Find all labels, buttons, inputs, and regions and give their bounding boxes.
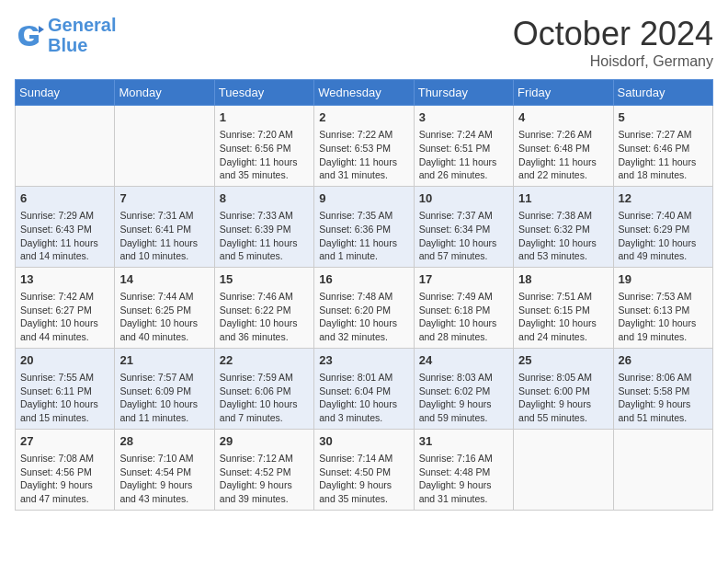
day-info: Sunrise: 7:29 AM Sunset: 6:43 PM Dayligh… <box>20 209 109 263</box>
day-info: Sunrise: 7:20 AM Sunset: 6:56 PM Dayligh… <box>220 128 309 182</box>
day-info: Sunrise: 7:49 AM Sunset: 6:18 PM Dayligh… <box>419 290 508 344</box>
day-number: 6 <box>20 190 109 207</box>
day-number: 8 <box>220 190 309 207</box>
calendar-week-row: 27Sunrise: 7:08 AM Sunset: 4:56 PM Dayli… <box>16 429 713 510</box>
day-number: 17 <box>419 271 508 288</box>
calendar-table: SundayMondayTuesdayWednesdayThursdayFrid… <box>15 79 713 511</box>
calendar-cell: 31Sunrise: 7:16 AM Sunset: 4:48 PM Dayli… <box>414 429 513 510</box>
calendar-week-row: 1Sunrise: 7:20 AM Sunset: 6:56 PM Daylig… <box>16 106 713 187</box>
day-number: 28 <box>119 433 209 450</box>
day-number: 13 <box>20 271 109 288</box>
calendar-cell: 12Sunrise: 7:40 AM Sunset: 6:29 PM Dayli… <box>613 186 712 267</box>
calendar-cell: 6Sunrise: 7:29 AM Sunset: 6:43 PM Daylig… <box>16 186 115 267</box>
day-number: 5 <box>619 109 708 126</box>
logo-line1: General <box>48 15 116 35</box>
calendar-cell: 1Sunrise: 7:20 AM Sunset: 6:56 PM Daylig… <box>214 106 313 187</box>
day-info: Sunrise: 7:12 AM Sunset: 4:52 PM Dayligh… <box>220 452 309 506</box>
calendar-cell: 29Sunrise: 7:12 AM Sunset: 4:52 PM Dayli… <box>214 429 313 510</box>
logo-icon <box>15 20 44 50</box>
day-info: Sunrise: 8:01 AM Sunset: 6:04 PM Dayligh… <box>319 371 408 425</box>
calendar-cell: 30Sunrise: 7:14 AM Sunset: 4:50 PM Dayli… <box>314 429 414 510</box>
day-info: Sunrise: 7:55 AM Sunset: 6:11 PM Dayligh… <box>20 371 109 425</box>
calendar-cell: 14Sunrise: 7:44 AM Sunset: 6:25 PM Dayli… <box>115 267 214 348</box>
day-number: 31 <box>419 433 508 450</box>
month-title: October 2024 <box>513 15 713 53</box>
day-info: Sunrise: 7:35 AM Sunset: 6:36 PM Dayligh… <box>319 209 408 263</box>
calendar-cell: 8Sunrise: 7:33 AM Sunset: 6:39 PM Daylig… <box>214 186 313 267</box>
calendar-week-row: 6Sunrise: 7:29 AM Sunset: 6:43 PM Daylig… <box>16 186 713 267</box>
day-info: Sunrise: 8:03 AM Sunset: 6:02 PM Dayligh… <box>419 371 508 425</box>
day-number: 19 <box>619 271 708 288</box>
calendar-cell: 15Sunrise: 7:46 AM Sunset: 6:22 PM Dayli… <box>214 267 313 348</box>
day-info: Sunrise: 7:46 AM Sunset: 6:22 PM Dayligh… <box>220 290 309 344</box>
day-number: 4 <box>518 109 608 126</box>
calendar-cell <box>514 429 613 510</box>
calendar-cell: 18Sunrise: 7:51 AM Sunset: 6:15 PM Dayli… <box>514 267 613 348</box>
day-info: Sunrise: 7:08 AM Sunset: 4:56 PM Dayligh… <box>20 452 109 506</box>
day-info: Sunrise: 8:05 AM Sunset: 6:00 PM Dayligh… <box>518 371 608 425</box>
calendar-week-row: 20Sunrise: 7:55 AM Sunset: 6:11 PM Dayli… <box>16 348 713 429</box>
day-info: Sunrise: 7:37 AM Sunset: 6:34 PM Dayligh… <box>419 209 508 263</box>
page-header: General Blue October 2024 Hoisdorf, Germ… <box>15 15 713 70</box>
weekday-row: SundayMondayTuesdayWednesdayThursdayFrid… <box>16 80 713 106</box>
calendar-cell <box>16 106 115 187</box>
calendar-cell: 26Sunrise: 8:06 AM Sunset: 5:58 PM Dayli… <box>613 348 712 429</box>
day-info: Sunrise: 7:33 AM Sunset: 6:39 PM Dayligh… <box>220 209 309 263</box>
day-number: 10 <box>419 190 508 207</box>
logo-line2: Blue <box>48 35 87 55</box>
day-number: 27 <box>20 433 109 450</box>
location: Hoisdorf, Germany <box>513 53 713 70</box>
calendar-cell: 17Sunrise: 7:49 AM Sunset: 6:18 PM Dayli… <box>414 267 513 348</box>
day-number: 22 <box>220 352 309 369</box>
day-number: 25 <box>518 352 608 369</box>
day-info: Sunrise: 7:48 AM Sunset: 6:20 PM Dayligh… <box>319 290 408 344</box>
day-info: Sunrise: 7:27 AM Sunset: 6:46 PM Dayligh… <box>619 128 708 182</box>
calendar-cell: 9Sunrise: 7:35 AM Sunset: 6:36 PM Daylig… <box>314 186 414 267</box>
day-number: 12 <box>619 190 708 207</box>
day-number: 1 <box>220 109 309 126</box>
calendar-cell: 4Sunrise: 7:26 AM Sunset: 6:48 PM Daylig… <box>514 106 613 187</box>
day-info: Sunrise: 7:57 AM Sunset: 6:09 PM Dayligh… <box>119 371 209 425</box>
calendar-cell <box>115 106 214 187</box>
logo-text: General Blue <box>48 15 116 55</box>
calendar-cell: 24Sunrise: 8:03 AM Sunset: 6:02 PM Dayli… <box>414 348 513 429</box>
weekday-header: Wednesday <box>314 80 414 106</box>
calendar-week-row: 13Sunrise: 7:42 AM Sunset: 6:27 PM Dayli… <box>16 267 713 348</box>
day-info: Sunrise: 7:44 AM Sunset: 6:25 PM Dayligh… <box>119 290 209 344</box>
day-info: Sunrise: 7:24 AM Sunset: 6:51 PM Dayligh… <box>419 128 508 182</box>
day-number: 2 <box>319 109 408 126</box>
day-info: Sunrise: 7:16 AM Sunset: 4:48 PM Dayligh… <box>419 452 508 506</box>
calendar-body: 1Sunrise: 7:20 AM Sunset: 6:56 PM Daylig… <box>16 106 713 511</box>
day-number: 21 <box>119 352 209 369</box>
weekday-header: Friday <box>514 80 613 106</box>
weekday-header: Sunday <box>16 80 115 106</box>
calendar-cell: 16Sunrise: 7:48 AM Sunset: 6:20 PM Dayli… <box>314 267 414 348</box>
calendar-cell: 5Sunrise: 7:27 AM Sunset: 6:46 PM Daylig… <box>613 106 712 187</box>
calendar-cell <box>613 429 712 510</box>
calendar-cell: 11Sunrise: 7:38 AM Sunset: 6:32 PM Dayli… <box>514 186 613 267</box>
day-number: 7 <box>119 190 209 207</box>
day-number: 29 <box>220 433 309 450</box>
calendar-cell: 23Sunrise: 8:01 AM Sunset: 6:04 PM Dayli… <box>314 348 414 429</box>
day-info: Sunrise: 7:10 AM Sunset: 4:54 PM Dayligh… <box>119 452 209 506</box>
day-info: Sunrise: 7:38 AM Sunset: 6:32 PM Dayligh… <box>518 209 608 263</box>
weekday-header: Monday <box>115 80 214 106</box>
calendar-cell: 22Sunrise: 7:59 AM Sunset: 6:06 PM Dayli… <box>214 348 313 429</box>
weekday-header: Tuesday <box>214 80 313 106</box>
calendar-cell: 7Sunrise: 7:31 AM Sunset: 6:41 PM Daylig… <box>115 186 214 267</box>
day-info: Sunrise: 7:22 AM Sunset: 6:53 PM Dayligh… <box>319 128 408 182</box>
day-number: 18 <box>518 271 608 288</box>
day-number: 11 <box>518 190 608 207</box>
calendar-cell: 28Sunrise: 7:10 AM Sunset: 4:54 PM Dayli… <box>115 429 214 510</box>
day-number: 14 <box>119 271 209 288</box>
day-info: Sunrise: 7:31 AM Sunset: 6:41 PM Dayligh… <box>119 209 209 263</box>
calendar-cell: 20Sunrise: 7:55 AM Sunset: 6:11 PM Dayli… <box>16 348 115 429</box>
day-number: 24 <box>419 352 508 369</box>
calendar-cell: 21Sunrise: 7:57 AM Sunset: 6:09 PM Dayli… <box>115 348 214 429</box>
calendar-cell: 13Sunrise: 7:42 AM Sunset: 6:27 PM Dayli… <box>16 267 115 348</box>
day-info: Sunrise: 7:40 AM Sunset: 6:29 PM Dayligh… <box>619 209 708 263</box>
title-block: October 2024 Hoisdorf, Germany <box>513 15 713 70</box>
calendar-header: SundayMondayTuesdayWednesdayThursdayFrid… <box>16 80 713 106</box>
calendar-cell: 2Sunrise: 7:22 AM Sunset: 6:53 PM Daylig… <box>314 106 414 187</box>
calendar-cell: 3Sunrise: 7:24 AM Sunset: 6:51 PM Daylig… <box>414 106 513 187</box>
